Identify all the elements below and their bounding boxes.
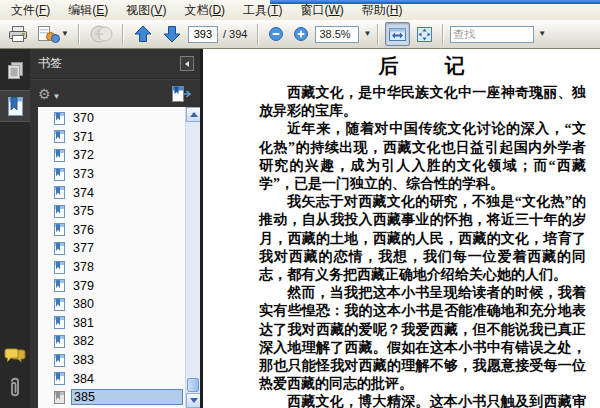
bookmark-page-icon bbox=[54, 372, 65, 385]
bookmark-page-icon bbox=[54, 242, 65, 255]
bookmark-item[interactable]: 375 bbox=[38, 202, 185, 221]
bookmark-page-icon bbox=[54, 354, 65, 367]
find-input[interactable] bbox=[450, 26, 534, 43]
zoom-out-button[interactable] bbox=[265, 22, 287, 46]
bookmark-page-icon bbox=[54, 223, 65, 236]
page-total-label: / 394 bbox=[223, 28, 247, 40]
document-page[interactable]: 后 记 西藏文化，是中华民族文化中一座神奇瑰丽、独放异彩的宝库。 近年来，随着对… bbox=[200, 49, 600, 408]
options-gear-button[interactable]: ⚙▼ bbox=[38, 85, 60, 103]
menu-edit[interactable]: 编辑(E) bbox=[59, 0, 117, 21]
bookmarks-options-bar: ⚙▼ bbox=[30, 79, 200, 107]
toolbar-separator bbox=[257, 24, 259, 45]
bookmark-page-icon bbox=[54, 205, 65, 218]
bookmarks-panel-header: 书签 bbox=[30, 49, 200, 79]
find-dropdown-icon[interactable]: ▼ bbox=[538, 30, 546, 38]
bookmark-item[interactable]: 371 bbox=[38, 128, 185, 147]
bookmark-item[interactable]: 378 bbox=[38, 258, 185, 277]
document-title: 后 记 bbox=[259, 55, 586, 77]
bookmarks-rows: 370 371 372 373 374 375 376 377 378 379 … bbox=[38, 109, 185, 407]
toolbar-separator bbox=[442, 24, 444, 45]
window-top-edge bbox=[270, 0, 600, 4]
bookmark-item[interactable]: 381 bbox=[38, 314, 185, 333]
menu-file[interactable]: 文件(F) bbox=[2, 0, 59, 21]
printer-icon bbox=[8, 25, 28, 43]
collaborate-button[interactable]: ▼ bbox=[34, 22, 72, 46]
fit-width-button[interactable] bbox=[385, 22, 410, 46]
scroll-down-button[interactable] bbox=[186, 393, 200, 408]
page-number-input[interactable] bbox=[188, 26, 218, 43]
arrow-down-icon bbox=[162, 24, 182, 44]
main-area: 书签 ⚙▼ 370 371 372 373 374 375 376 377 bbox=[0, 49, 600, 408]
goto-current-bookmark-button[interactable] bbox=[171, 86, 192, 102]
pages-icon bbox=[6, 60, 25, 81]
fit-page-button[interactable] bbox=[413, 22, 436, 46]
bookmark-page-icon bbox=[54, 112, 65, 125]
bookmark-page-icon bbox=[54, 186, 65, 199]
chevron-up-icon bbox=[190, 112, 198, 117]
paperclip-icon bbox=[7, 376, 23, 400]
document-body: 西藏文化，是中华民族文化中一座神奇瑰丽、独放异彩的宝库。 近年来，随着对中国传统… bbox=[259, 84, 586, 408]
paragraph: 近年来，随着对中国传统文化讨论的深入，“文化热”的持续出现，西藏文化也日益引起国… bbox=[259, 120, 586, 193]
bookmark-item[interactable]: 380 bbox=[38, 295, 185, 314]
bookmark-page-icon bbox=[54, 279, 65, 292]
bookmark-page-icon bbox=[54, 130, 65, 143]
bookmark-item[interactable]: 377 bbox=[38, 239, 185, 258]
bookmark-page-icon bbox=[54, 261, 65, 274]
review-disabled-icon bbox=[89, 24, 113, 44]
scrollbar-thumb[interactable] bbox=[187, 378, 199, 392]
bookmark-item[interactable]: 374 bbox=[38, 183, 185, 202]
bookmarks-scrollbar[interactable] bbox=[185, 107, 200, 408]
review-disabled-button bbox=[86, 22, 116, 46]
bookmark-item[interactable]: 370 bbox=[38, 109, 185, 128]
bookmarks-panel-button[interactable] bbox=[0, 90, 30, 122]
send-collaborate-icon bbox=[37, 25, 60, 44]
pdf-reader-window: 文件(F) 编辑(E) 视图(V) 文档(D) 工具(T) 窗口(W) 帮助(H… bbox=[0, 0, 600, 408]
bookmark-page-icon bbox=[54, 391, 65, 404]
bookmark-item[interactable]: 384 bbox=[38, 369, 185, 388]
chevron-down-icon: ▼ bbox=[61, 30, 69, 38]
bookmark-item[interactable]: 376 bbox=[38, 221, 185, 240]
comments-panel-button[interactable] bbox=[0, 340, 30, 372]
bookmark-page-icon bbox=[54, 149, 65, 162]
bookmark-item[interactable]: 379 bbox=[38, 276, 185, 295]
scroll-up-button[interactable] bbox=[186, 107, 200, 122]
paragraph: 西藏文化，是中华民族文化中一座神奇瑰丽、独放异彩的宝库。 bbox=[259, 84, 586, 120]
paragraph: 西藏文化，博大精深。这本小书只触及到西藏审美文化 bbox=[259, 393, 586, 408]
chevron-down-icon: ▼ bbox=[53, 92, 61, 101]
bookmark-page-icon bbox=[54, 168, 65, 181]
bookmark-item[interactable]: 372 bbox=[38, 146, 185, 165]
paragraph: 然而，当我把这本小书呈现给读者的时候，我着实有些惶恐：我的这本小书是否能准确地和… bbox=[259, 284, 586, 393]
fit-page-icon bbox=[416, 26, 433, 43]
bookmark-item-selected[interactable]: 385 bbox=[38, 388, 185, 407]
bookmark-item[interactable]: 383 bbox=[38, 351, 185, 370]
toolbar-separator bbox=[377, 24, 379, 45]
bookmark-item[interactable]: 373 bbox=[38, 165, 185, 184]
fit-width-icon bbox=[388, 27, 407, 42]
minus-circle-icon bbox=[268, 26, 284, 42]
toolbar-separator bbox=[122, 24, 124, 45]
menu-document[interactable]: 文档(D) bbox=[175, 0, 234, 21]
previous-page-button[interactable] bbox=[130, 22, 156, 46]
bookmarks-list: 370 371 372 373 374 375 376 377 378 379 … bbox=[38, 107, 200, 408]
zoom-in-button[interactable] bbox=[290, 22, 312, 46]
bookmarks-icon bbox=[6, 96, 25, 117]
bookmark-page-icon bbox=[54, 335, 65, 348]
print-button[interactable] bbox=[5, 22, 31, 46]
bookmark-item[interactable]: 382 bbox=[38, 332, 185, 351]
pages-panel-button[interactable] bbox=[0, 54, 30, 86]
menu-view[interactable]: 视图(V) bbox=[117, 0, 175, 21]
paragraph: 我矢志于对西藏文化的研究，不独是“文化热”的推动，自从我投入西藏事业的怀抱，将近… bbox=[259, 193, 586, 284]
navigation-rail bbox=[0, 49, 30, 408]
zoom-level-value[interactable]: 38.5% bbox=[315, 26, 359, 43]
panel-title: 书签 bbox=[38, 55, 62, 72]
bookmarks-panel: 书签 ⚙▼ 370 371 372 373 374 375 376 377 bbox=[30, 49, 200, 408]
collapse-panel-button[interactable] bbox=[180, 56, 194, 71]
zoom-dropdown-icon[interactable]: ▼ bbox=[363, 30, 371, 38]
comments-icon bbox=[4, 348, 27, 365]
next-page-button[interactable] bbox=[159, 22, 185, 46]
attachments-panel-button[interactable] bbox=[0, 372, 30, 404]
toolbar: ▼ / 394 38.5% ▼ ▼ bbox=[0, 20, 600, 49]
toolbar-separator bbox=[78, 24, 80, 45]
bookmark-page-icon bbox=[54, 298, 65, 311]
gear-icon: ⚙ bbox=[38, 86, 51, 102]
